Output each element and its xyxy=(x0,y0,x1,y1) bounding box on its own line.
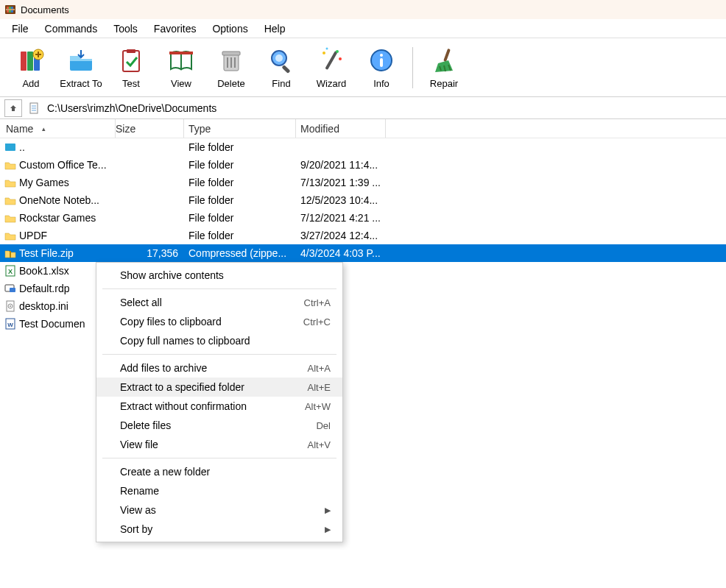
ctx-add-files[interactable]: Add files to archive Alt+A xyxy=(96,358,342,378)
menu-help[interactable]: Help xyxy=(257,21,293,37)
file-name-label: desktop.ini xyxy=(19,300,68,312)
folder-icon xyxy=(4,230,16,241)
ctx-extract-noconf-label: Extract without confirmation xyxy=(120,400,247,412)
file-name-label: Test Documen xyxy=(19,318,85,330)
column-name-label: Name xyxy=(6,123,33,135)
toolbar-view-button[interactable]: View xyxy=(156,41,206,94)
toolbar-repair-button[interactable]: Repair xyxy=(419,41,469,94)
ctx-rename-label: Rename xyxy=(120,485,159,497)
svg-point-15 xyxy=(275,54,283,62)
file-name-cell: Rockstar Games xyxy=(0,212,116,224)
ctx-create-folder[interactable]: Create a new folder xyxy=(96,462,342,481)
svg-point-19 xyxy=(336,50,339,53)
toolbar-find-button[interactable]: Find xyxy=(256,41,306,94)
file-modified-cell: 12/5/2023 10:4... xyxy=(296,194,386,206)
ctx-create-folder-label: Create a new folder xyxy=(120,466,210,478)
toolbar-repair-label: Repair xyxy=(430,78,458,89)
svg-point-18 xyxy=(323,52,325,54)
toolbar-test-button[interactable]: Test xyxy=(106,41,156,94)
column-name[interactable]: Name ▴ xyxy=(0,119,116,138)
ctx-copy-files-label: Copy files to clipboard xyxy=(120,316,222,327)
file-type-cell: File folder xyxy=(184,177,296,188)
ctx-copy-names[interactable]: Copy full names to clipboard xyxy=(96,331,342,350)
file-modified-cell: 7/13/2021 1:39 ... xyxy=(296,177,386,188)
updir-icon xyxy=(4,141,16,153)
file-name-label: Rockstar Games xyxy=(19,212,96,224)
file-name-cell: UPDF xyxy=(0,230,116,241)
svg-text:W: W xyxy=(7,322,13,328)
ctx-extract-to-label: Extract to a specified folder xyxy=(120,381,244,393)
menu-bar: File Commands Tools Favorites Options He… xyxy=(0,19,726,38)
toolbar-separator xyxy=(412,47,413,88)
column-modified[interactable]: Modified xyxy=(296,119,386,138)
svg-point-23 xyxy=(380,54,383,57)
file-row[interactable]: Test File.zip17,356Compressed (zippe...4… xyxy=(0,244,726,262)
svg-rect-33 xyxy=(10,288,15,292)
column-size[interactable]: Size xyxy=(116,119,184,138)
file-row[interactable]: My GamesFile folder7/13/2021 1:39 ... xyxy=(0,174,726,191)
ctx-copy-names-label: Copy full names to clipboard xyxy=(120,335,250,347)
ctx-extract-noconf[interactable]: Extract without confirmation Alt+W xyxy=(96,397,342,416)
toolbar-extract-button[interactable]: Extract To xyxy=(56,41,106,94)
file-type-cell: File folder xyxy=(184,194,296,206)
file-name-cell: My Games xyxy=(0,177,116,188)
toolbar-add-button[interactable]: Add xyxy=(6,41,56,94)
current-path[interactable]: C:\Users\rimzh\OneDrive\Documents xyxy=(47,102,216,114)
svg-rect-4 xyxy=(6,9,15,10)
toolbar-info-button[interactable]: Info xyxy=(356,41,406,94)
chevron-right-icon: ▶ xyxy=(325,525,331,534)
file-name-label: Book1.xlsx xyxy=(19,265,69,277)
ctx-view-as-label: View as xyxy=(120,504,156,516)
ctx-sort-by[interactable]: Sort by ▶ xyxy=(96,520,342,539)
file-name-cell: Custom Office Te... xyxy=(0,159,116,171)
file-name-label: My Games xyxy=(19,177,69,188)
folder-icon xyxy=(4,212,16,224)
ctx-select-all[interactable]: Select all Ctrl+A xyxy=(96,293,342,312)
ctx-view-as[interactable]: View as ▶ xyxy=(96,500,342,520)
file-row[interactable]: Rockstar GamesFile folder7/12/2021 4:21 … xyxy=(0,209,726,227)
svg-text:X: X xyxy=(8,268,13,275)
svg-point-21 xyxy=(326,48,328,50)
menu-favorites[interactable]: Favorites xyxy=(147,21,204,37)
toolbar-add-label: Add xyxy=(22,78,39,89)
wand-icon xyxy=(317,46,346,75)
svg-rect-24 xyxy=(380,58,383,67)
title-bar: Documents xyxy=(0,0,726,19)
menu-file[interactable]: File xyxy=(4,21,36,37)
ctx-add-files-shortcut: Alt+A xyxy=(308,363,331,374)
ctx-copy-files[interactable]: Copy files to clipboard Ctrl+C xyxy=(96,312,342,331)
ctx-show-archive[interactable]: Show archive contents xyxy=(96,266,342,285)
ctx-separator xyxy=(102,458,336,458)
up-one-level-button[interactable] xyxy=(4,99,22,117)
file-name-label: .. xyxy=(19,141,25,153)
xlsx-icon: X xyxy=(4,265,16,277)
file-row[interactable]: ..File folder xyxy=(0,138,726,156)
menu-commands[interactable]: Commands xyxy=(38,21,105,37)
file-type-cell: File folder xyxy=(184,159,296,171)
file-row[interactable]: Custom Office Te...File folder9/20/2021 … xyxy=(0,156,726,174)
ctx-view-file[interactable]: View file Alt+V xyxy=(96,435,342,454)
file-name-label: UPDF xyxy=(19,230,47,241)
file-row[interactable]: OneNote Noteb...File folder12/5/2023 10:… xyxy=(0,191,726,209)
toolbar-test-label: Test xyxy=(122,78,140,89)
ini-icon xyxy=(4,300,16,312)
file-name-label: Custom Office Te... xyxy=(19,159,107,171)
toolbar-delete-button[interactable]: Delete xyxy=(206,41,256,94)
ctx-add-files-label: Add files to archive xyxy=(120,362,207,374)
ctx-delete-files[interactable]: Delete files Del xyxy=(96,416,342,435)
column-type[interactable]: Type xyxy=(184,119,296,138)
file-type-cell: Compressed (zippe... xyxy=(184,247,296,259)
menu-tools[interactable]: Tools xyxy=(106,21,145,37)
toolbar-wizard-button[interactable]: Wizard xyxy=(306,41,356,94)
rdp-icon xyxy=(4,283,16,294)
svg-rect-11 xyxy=(169,52,193,54)
file-list-header: Name ▴ Size Type Modified xyxy=(0,119,726,138)
menu-options[interactable]: Options xyxy=(205,21,255,37)
toolbar-wizard-label: Wizard xyxy=(317,78,346,89)
books-add-icon xyxy=(16,46,46,75)
ctx-rename[interactable]: Rename xyxy=(96,481,342,500)
ctx-extract-to[interactable]: Extract to a specified folder Alt+E xyxy=(96,378,342,397)
file-modified-cell: 7/12/2021 4:21 ... xyxy=(296,212,386,224)
file-row[interactable]: UPDFFile folder3/27/2024 12:4... xyxy=(0,227,726,244)
docx-icon: W xyxy=(4,318,16,330)
